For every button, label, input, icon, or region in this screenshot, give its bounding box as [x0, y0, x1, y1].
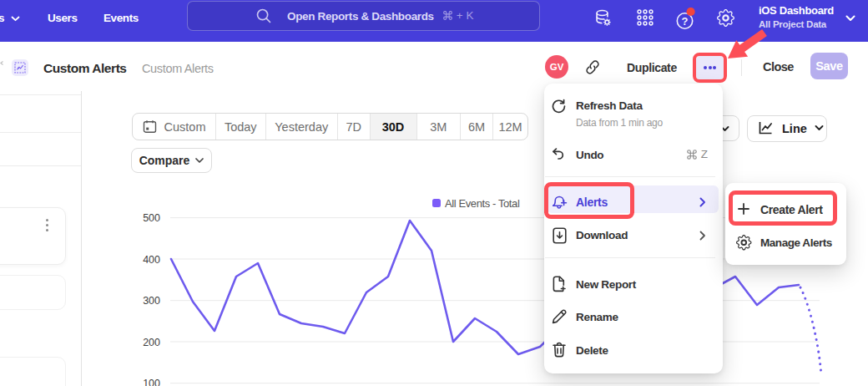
svg-text:?: ? — [682, 15, 689, 28]
